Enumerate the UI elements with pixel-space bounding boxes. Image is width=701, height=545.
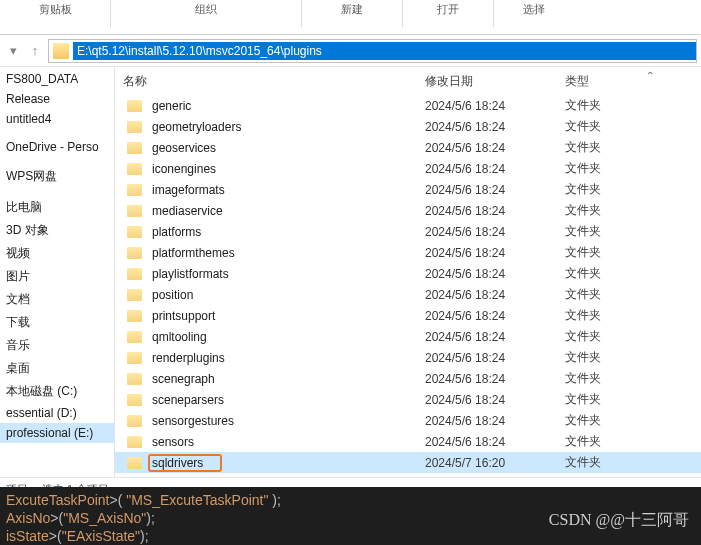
cell-type: 文件夹 bbox=[565, 370, 645, 387]
cell-name: sensorgestures bbox=[152, 414, 425, 428]
cell-date: 2024/5/6 18:24 bbox=[425, 225, 565, 239]
table-row[interactable]: imageformats2024/5/6 18:24文件夹 bbox=[115, 179, 701, 200]
table-row[interactable]: position2024/5/6 18:24文件夹 bbox=[115, 284, 701, 305]
cell-type: 文件夹 bbox=[565, 328, 645, 345]
table-row[interactable]: iconengines2024/5/6 18:24文件夹 bbox=[115, 158, 701, 179]
cell-name: sensors bbox=[152, 435, 425, 449]
cell-date: 2024/5/6 18:24 bbox=[425, 288, 565, 302]
table-row[interactable]: qmltooling2024/5/6 18:24文件夹 bbox=[115, 326, 701, 347]
tree-item[interactable]: FS800_DATA bbox=[0, 69, 114, 89]
cell-date: 2024/5/6 18:24 bbox=[425, 120, 565, 134]
cell-name: playlistformats bbox=[152, 267, 425, 281]
cell-type: 文件夹 bbox=[565, 223, 645, 240]
cell-date: 2024/5/6 18:24 bbox=[425, 330, 565, 344]
up-button-icon[interactable]: ↑ bbox=[26, 42, 44, 60]
folder-icon bbox=[127, 352, 142, 364]
folder-icon bbox=[127, 436, 142, 448]
cell-type: 文件夹 bbox=[565, 412, 645, 429]
cell-name: sqldrivers bbox=[152, 456, 425, 470]
folder-icon bbox=[127, 184, 142, 196]
sort-caret-icon: ⌃ bbox=[646, 70, 654, 81]
folder-icon bbox=[127, 310, 142, 322]
tree-item[interactable]: Release bbox=[0, 89, 114, 109]
nav-tree[interactable]: FS800_DATAReleaseuntitled4OneDrive - Per… bbox=[0, 67, 115, 477]
tree-item[interactable]: 3D 对象 bbox=[0, 219, 114, 242]
tree-item[interactable]: 比电脑 bbox=[0, 196, 114, 219]
tree-item[interactable]: 下载 bbox=[0, 311, 114, 334]
table-row[interactable]: sensorgestures2024/5/6 18:24文件夹 bbox=[115, 410, 701, 431]
column-header-date[interactable]: 修改日期 bbox=[425, 73, 565, 90]
tree-item[interactable]: 桌面 bbox=[0, 357, 114, 380]
tree-item[interactable]: untitled4 bbox=[0, 109, 114, 129]
folder-icon bbox=[127, 289, 142, 301]
table-row[interactable]: geometryloaders2024/5/6 18:24文件夹 bbox=[115, 116, 701, 137]
tree-item[interactable]: professional (E:) bbox=[0, 423, 114, 443]
tree-item[interactable]: 本地磁盘 (C:) bbox=[0, 380, 114, 403]
cell-date: 2024/5/6 18:24 bbox=[425, 99, 565, 113]
table-row[interactable]: geoservices2024/5/6 18:24文件夹 bbox=[115, 137, 701, 158]
ribbon-group-select[interactable]: 选择 bbox=[494, 0, 574, 18]
cell-type: 文件夹 bbox=[565, 139, 645, 156]
table-row[interactable]: sceneparsers2024/5/6 18:24文件夹 bbox=[115, 389, 701, 410]
folder-icon bbox=[127, 121, 142, 133]
cell-type: 文件夹 bbox=[565, 97, 645, 114]
address-path[interactable]: E:\qt5.12\install\5.12.10\msvc2015_64\pl… bbox=[73, 42, 696, 60]
folder-icon bbox=[127, 205, 142, 217]
column-header-name[interactable]: 名称⌃ bbox=[115, 73, 425, 90]
table-row[interactable]: sqldrivers2024/5/7 16:20文件夹 bbox=[115, 452, 701, 473]
table-row[interactable]: generic2024/5/6 18:24文件夹 bbox=[115, 95, 701, 116]
ribbon-group-new[interactable]: 新建 bbox=[302, 0, 402, 18]
folder-icon bbox=[127, 247, 142, 259]
main-area: FS800_DATAReleaseuntitled4OneDrive - Per… bbox=[0, 67, 701, 477]
watermark: CSDN @@十三阿哥 bbox=[549, 510, 689, 531]
table-row[interactable]: renderplugins2024/5/6 18:24文件夹 bbox=[115, 347, 701, 368]
cell-date: 2024/5/6 18:24 bbox=[425, 267, 565, 281]
cell-date: 2024/5/6 18:24 bbox=[425, 183, 565, 197]
column-header-type[interactable]: 类型 bbox=[565, 73, 645, 90]
tree-item[interactable]: 图片 bbox=[0, 265, 114, 288]
cell-type: 文件夹 bbox=[565, 118, 645, 135]
tree-item[interactable]: essential (D:) bbox=[0, 403, 114, 423]
cell-name: printsupport bbox=[152, 309, 425, 323]
cell-name: platformthemes bbox=[152, 246, 425, 260]
table-row[interactable]: platformthemes2024/5/6 18:24文件夹 bbox=[115, 242, 701, 263]
history-dropdown-icon[interactable]: ▾ bbox=[4, 42, 22, 60]
folder-icon bbox=[127, 373, 142, 385]
cell-type: 文件夹 bbox=[565, 391, 645, 408]
address-bar[interactable]: E:\qt5.12\install\5.12.10\msvc2015_64\pl… bbox=[48, 39, 697, 63]
table-row[interactable]: scenegraph2024/5/6 18:24文件夹 bbox=[115, 368, 701, 389]
cell-date: 2024/5/6 18:24 bbox=[425, 351, 565, 365]
tree-item[interactable]: WPS网盘 bbox=[0, 165, 114, 188]
table-row[interactable]: mediaservice2024/5/6 18:24文件夹 bbox=[115, 200, 701, 221]
cell-date: 2024/5/6 18:24 bbox=[425, 204, 565, 218]
cell-name: position bbox=[152, 288, 425, 302]
cell-type: 文件夹 bbox=[565, 181, 645, 198]
tree-item[interactable]: 音乐 bbox=[0, 334, 114, 357]
table-row[interactable]: platforms2024/5/6 18:24文件夹 bbox=[115, 221, 701, 242]
table-row[interactable]: printsupport2024/5/6 18:24文件夹 bbox=[115, 305, 701, 326]
file-list: 名称⌃ 修改日期 类型 generic2024/5/6 18:24文件夹geom… bbox=[115, 67, 701, 477]
list-body[interactable]: generic2024/5/6 18:24文件夹geometryloaders2… bbox=[115, 95, 701, 477]
folder-icon bbox=[127, 457, 142, 469]
cell-name: sceneparsers bbox=[152, 393, 425, 407]
ribbon-group-clipboard[interactable]: 剪贴板 bbox=[0, 0, 110, 18]
tree-item[interactable]: OneDrive - Perso bbox=[0, 137, 114, 157]
cell-date: 2024/5/6 18:24 bbox=[425, 162, 565, 176]
ribbon-group-open[interactable]: 打开 bbox=[403, 0, 493, 18]
cell-type: 文件夹 bbox=[565, 244, 645, 261]
cell-date: 2024/5/6 18:24 bbox=[425, 141, 565, 155]
folder-icon bbox=[53, 43, 69, 59]
ribbon-group-organize[interactable]: 组织 bbox=[111, 0, 301, 18]
folder-icon bbox=[127, 268, 142, 280]
cell-name: geoservices bbox=[152, 141, 425, 155]
cell-type: 文件夹 bbox=[565, 454, 645, 471]
table-row[interactable]: sensors2024/5/6 18:24文件夹 bbox=[115, 431, 701, 452]
tree-item[interactable]: 文档 bbox=[0, 288, 114, 311]
tree-item[interactable]: 视频 bbox=[0, 242, 114, 265]
cell-type: 文件夹 bbox=[565, 307, 645, 324]
cell-type: 文件夹 bbox=[565, 349, 645, 366]
cell-type: 文件夹 bbox=[565, 433, 645, 450]
cell-date: 2024/5/6 18:24 bbox=[425, 414, 565, 428]
list-header: 名称⌃ 修改日期 类型 bbox=[115, 67, 701, 95]
table-row[interactable]: playlistformats2024/5/6 18:24文件夹 bbox=[115, 263, 701, 284]
